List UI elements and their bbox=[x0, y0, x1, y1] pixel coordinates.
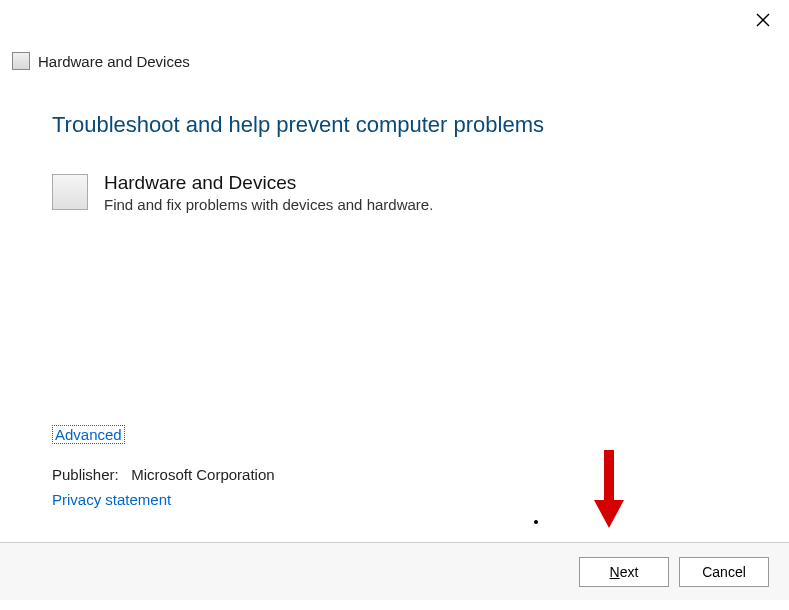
svg-marker-3 bbox=[594, 500, 624, 528]
cancel-button[interactable]: Cancel bbox=[679, 557, 769, 587]
footer-bar: Next Cancel bbox=[0, 542, 789, 600]
close-button[interactable] bbox=[751, 8, 775, 32]
content-area: Troubleshoot and help prevent computer p… bbox=[52, 112, 737, 213]
arrow-annotation bbox=[594, 450, 624, 530]
troubleshooter-text: Hardware and Devices Find and fix proble… bbox=[104, 172, 433, 213]
privacy-statement-link[interactable]: Privacy statement bbox=[52, 491, 171, 508]
publisher-row: Publisher: Microsoft Corporation bbox=[52, 466, 275, 483]
close-icon bbox=[756, 13, 770, 27]
troubleshooter-item: Hardware and Devices Find and fix proble… bbox=[52, 172, 737, 213]
publisher-value: Microsoft Corporation bbox=[131, 466, 274, 483]
advanced-link[interactable]: Advanced bbox=[52, 425, 125, 444]
publisher-label: Publisher: bbox=[52, 466, 119, 483]
page-heading: Troubleshoot and help prevent computer p… bbox=[52, 112, 737, 138]
troubleshooter-description: Find and fix problems with devices and h… bbox=[104, 196, 433, 213]
svg-rect-2 bbox=[604, 450, 614, 500]
troubleshooter-name: Hardware and Devices bbox=[104, 172, 433, 194]
next-button[interactable]: Next bbox=[579, 557, 669, 587]
hardware-devices-icon bbox=[52, 174, 88, 210]
window-header: Hardware and Devices bbox=[12, 52, 190, 70]
stray-dot bbox=[534, 520, 538, 524]
window-title: Hardware and Devices bbox=[38, 53, 190, 70]
troubleshooter-small-icon bbox=[12, 52, 30, 70]
lower-links-area: Advanced Publisher: Microsoft Corporatio… bbox=[52, 425, 275, 509]
